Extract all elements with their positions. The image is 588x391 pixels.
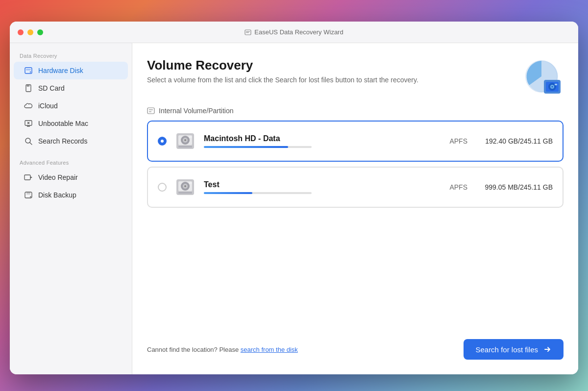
main-content: Volume Recovery Select a volume from the…	[132, 43, 578, 374]
sidebar-item-video-repair[interactable]: Video Repair	[14, 169, 128, 186]
sidebar-item-label-video-repair: Video Repair	[38, 173, 78, 181]
sidebar-item-hardware-disk[interactable]: Hardware Disk	[14, 62, 128, 79]
svg-point-19	[30, 196, 31, 197]
page-title: Volume Recovery	[147, 58, 418, 73]
sidebar-item-label-hardware-disk: Hardware Disk	[38, 67, 83, 74]
volume-item-test[interactable]: Test APFS 999.05 MB/245.11 GB	[147, 167, 564, 208]
volume-list: Macintosh HD - Data APFS 192.40 GB/245.1…	[147, 121, 564, 208]
svg-rect-29	[149, 111, 151, 112]
volume-progress-bar-macintosh-hd	[204, 146, 312, 148]
section-header: Internal Volume/Partition	[147, 107, 564, 115]
close-button[interactable]	[18, 29, 24, 35]
page-subtitle: Select a volume from the list and click …	[147, 76, 418, 84]
volume-progress-fill-macintosh-hd	[204, 146, 288, 148]
svg-rect-3	[25, 68, 32, 73]
radio-macintosh-hd[interactable]	[158, 137, 167, 146]
svg-rect-18	[26, 192, 30, 195]
app-icon	[245, 29, 251, 36]
unbootable-mac-icon	[24, 119, 33, 128]
volume-name-macintosh-hd: Macintosh HD - Data	[204, 134, 431, 143]
titlebar: EaseUS Data Recovery Wizard	[10, 22, 578, 43]
svg-rect-43	[189, 182, 192, 184]
sidebar-section-advanced: Advanced Features Video Repair	[10, 160, 132, 204]
svg-rect-7	[27, 85, 28, 87]
svg-rect-36	[189, 136, 192, 138]
volume-item-macintosh-hd[interactable]: Macintosh HD - Data APFS 192.40 GB/245.1…	[147, 121, 564, 162]
sidebar-item-label-search-records: Search Records	[38, 137, 87, 145]
search-from-disk-link[interactable]: search from the disk	[241, 346, 298, 353]
sidebar: Data Recovery Hardware Disk	[10, 43, 132, 374]
sidebar-item-disk-backup[interactable]: Disk Backup	[14, 186, 128, 204]
partition-icon	[147, 107, 155, 115]
sidebar-item-label-icloud: iCloud	[38, 102, 58, 110]
page-header: Volume Recovery Select a volume from the…	[147, 58, 564, 97]
search-btn-label: Search for lost files	[475, 345, 538, 354]
sidebar-item-sd-card[interactable]: SD Card	[14, 79, 128, 97]
window-title: EaseUS Data Recovery Wizard	[245, 28, 343, 36]
window-title-text: EaseUS Data Recovery Wizard	[254, 28, 343, 36]
volume-progress-fill-test	[204, 192, 252, 194]
search-lost-files-button[interactable]: Search for lost files	[464, 339, 564, 360]
svg-rect-27	[147, 108, 154, 114]
svg-rect-10	[27, 126, 30, 127]
volume-size-macintosh-hd: 192.40 GB/245.11 GB	[474, 137, 553, 145]
svg-rect-35	[178, 146, 192, 147]
arrow-right-icon	[543, 345, 552, 354]
footer-text-static: Cannot find the location? Please	[147, 346, 241, 353]
svg-marker-16	[30, 176, 32, 178]
volume-fs-test: APFS	[438, 183, 467, 191]
video-repair-icon	[24, 172, 33, 182]
volume-fs-macintosh-hd: APFS	[438, 137, 467, 145]
disk-icon-test	[173, 175, 197, 199]
sidebar-item-label-unbootable-mac: Unbootable Mac	[38, 120, 88, 127]
svg-rect-4	[26, 69, 31, 71]
volume-size-test: 999.05 MB/245.11 GB	[474, 183, 553, 191]
footer-message: Cannot find the location? Please search …	[147, 346, 298, 353]
svg-point-5	[30, 72, 31, 73]
search-records-icon	[24, 136, 33, 146]
page-title-area: Volume Recovery Select a volume from the…	[147, 58, 418, 84]
svg-rect-1	[246, 31, 250, 32]
svg-rect-15	[24, 175, 30, 180]
footer: Cannot find the location? Please search …	[147, 329, 564, 360]
svg-rect-26	[555, 84, 557, 85]
icloud-icon	[24, 101, 33, 111]
svg-rect-42	[178, 192, 192, 194]
sidebar-section-label-2: Advanced Features	[10, 160, 132, 166]
sidebar-item-icloud[interactable]: iCloud	[14, 97, 128, 115]
section-label: Internal Volume/Partition	[159, 107, 234, 115]
disk-backup-icon	[24, 190, 33, 200]
svg-rect-2	[246, 32, 249, 33]
svg-line-14	[30, 143, 32, 145]
volume-info-test: Test	[204, 180, 431, 194]
hardware-disk-icon	[24, 66, 33, 75]
svg-point-13	[25, 138, 30, 143]
recovery-icon	[519, 58, 564, 97]
window-body: Data Recovery Hardware Disk	[10, 43, 578, 374]
volume-name-test: Test	[204, 180, 431, 189]
sidebar-section-label-1: Data Recovery	[10, 53, 132, 59]
sidebar-section-data-recovery: Data Recovery Hardware Disk	[10, 53, 132, 150]
sidebar-item-label-disk-backup: Disk Backup	[38, 191, 76, 199]
sidebar-item-unbootable-mac[interactable]: Unbootable Mac	[14, 115, 128, 132]
minimize-button[interactable]	[27, 29, 33, 35]
svg-point-34	[184, 139, 186, 141]
radio-test[interactable]	[158, 183, 167, 192]
volume-info-macintosh-hd: Macintosh HD - Data	[204, 134, 431, 148]
app-window: EaseUS Data Recovery Wizard Data Recover…	[10, 22, 578, 374]
sidebar-item-label-sd-card: SD Card	[38, 84, 65, 92]
svg-rect-8	[28, 85, 29, 87]
sidebar-item-search-records[interactable]: Search Records	[14, 132, 128, 150]
svg-rect-28	[149, 109, 153, 110]
volume-progress-bar-test	[204, 192, 312, 194]
maximize-button[interactable]	[37, 29, 43, 35]
svg-point-41	[184, 185, 186, 187]
traffic-lights	[18, 29, 43, 35]
disk-icon-macintosh-hd	[173, 129, 197, 153]
svg-point-25	[552, 86, 553, 88]
sd-card-icon	[24, 83, 33, 93]
